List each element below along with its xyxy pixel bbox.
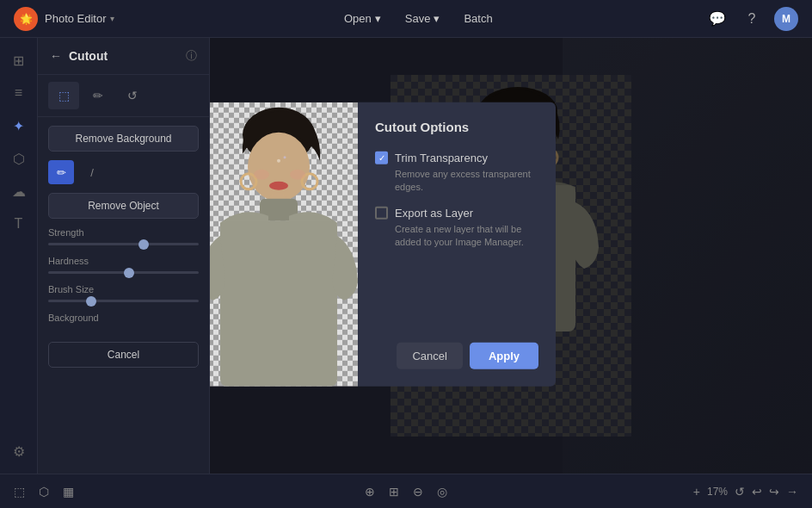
export-layer-row: Export as Layer [375,207,538,220]
left-rail: ⊞ ≡ ✦ ⬡ ☁ T ⚙ [0,38,38,474]
strength-label: Strength [48,227,199,238]
brush-size-thumb[interactable] [86,296,96,307]
svg-point-23 [254,170,269,180]
svg-point-15 [269,182,288,190]
zoom-level: 17% [707,486,728,498]
save-label: Save [405,12,431,25]
tool-row: ✏ / [48,160,199,184]
help-icon: ? [748,11,756,27]
hardness-thumb[interactable] [124,268,134,278]
open-menu-btn[interactable]: Open ▾ [334,9,391,28]
open-label: Open [344,12,372,25]
export-layer-label: Export as Layer [395,207,473,220]
text-icon[interactable]: T [3,208,34,239]
fit-to-screen-icon[interactable]: ⊕ [365,485,375,499]
trim-transparency-option: ✓ Trim Transparency Remove any excess tr… [375,152,538,195]
remove-object-button[interactable]: Remove Object [48,193,199,219]
sidebar-cancel-button[interactable]: Cancel [48,342,199,368]
remove-bg-button[interactable]: Remove Background [48,126,199,152]
modal-cancel-button[interactable]: Cancel [397,343,462,369]
brush-size-label: Brush Size [48,284,199,294]
cloud-icon[interactable]: ☁ [3,176,34,207]
batch-menu-btn[interactable]: Batch [453,9,502,28]
bottom-center-tools: ⊕ ⊞ ⊖ ◎ [186,485,626,499]
sidebar-panel: ← Cutout ⓘ ⬚ ✏ ↺ Remove Background ✏ [38,38,210,474]
brush-size-slider[interactable] [48,300,199,302]
hardness-label: Hardness [48,256,199,266]
chat-icon-btn[interactable]: 💬 [705,7,729,31]
info-icon[interactable]: ⓘ [186,48,197,64]
sidebar-content: Remove Background ✏ / Remove Object Stre… [38,117,209,335]
edit-tab-icon: ✏ [93,89,103,102]
zoom-out-icon[interactable]: ⊖ [413,485,423,499]
save-chevron: ▾ [434,12,440,25]
export-layer-desc: Create a new layer that will be added to… [375,223,538,250]
tab-history[interactable]: ↺ [117,82,148,109]
topbar-menu: Open ▾ Save ▾ Batch [132,9,705,28]
help-icon-btn[interactable]: ? [740,7,764,31]
cancel-label: Cancel [108,349,139,361]
bottom-table-icon[interactable]: ▦ [63,485,74,499]
background-label: Background [48,313,199,323]
expand-icon[interactable]: ⊞ [389,485,399,499]
zoom-plus-icon[interactable]: + [693,485,700,499]
topbar-right: 💬 ? M [705,7,798,31]
hardness-slider[interactable] [48,271,199,274]
erase-btn[interactable]: / [79,160,105,184]
strength-slider[interactable] [48,243,199,245]
topbar: 🌟 Photo Editor ▾ Open ▾ Save ▾ Batch 💬 ?… [0,0,812,38]
modal-overlay: Cutout Options ✓ Trim Transparency Remov… [210,38,812,474]
erase-icon: / [90,166,94,179]
app-name-chevron: ▾ [110,14,114,23]
export-layer-option: Export as Layer Create a new layer that … [375,207,538,250]
sidebar-bottom: Cancel [38,335,209,375]
modal-options-panel: Cutout Options ✓ Trim Transparency Remov… [358,102,556,387]
sidebar-header: ← Cutout ⓘ [38,38,209,75]
export-layer-checkbox[interactable] [375,207,388,220]
grid-icon[interactable]: ⊞ [3,45,34,76]
settings-icon[interactable]: ⚙ [3,436,34,467]
history-tab-icon: ↺ [127,89,138,102]
modal-person-svg [210,102,358,387]
bottom-right-tools: + 17% ↺ ↩ ↪ → [626,485,798,499]
tab-cutout[interactable]: ⬚ [48,82,79,109]
svg-point-24 [290,170,305,180]
avatar[interactable]: M [774,7,798,31]
cutout-tab-icon: ⬚ [58,89,70,102]
bottom-left-tools: ⬚ ⬡ ▦ [14,485,186,499]
remove-bg-label: Remove Background [75,133,171,145]
trim-transparency-checkbox[interactable]: ✓ [375,152,388,164]
svg-point-22 [284,156,286,158]
bottom-shape-icon[interactable]: ⬡ [39,485,49,499]
bottom-toolbar: ⬚ ⬡ ▦ ⊕ ⊞ ⊖ ◎ + 17% ↺ ↩ ↪ → [0,474,812,508]
app-logo: 🌟 [14,7,38,31]
trim-transparency-label: Trim Transparency [395,152,488,164]
trim-transparency-row: ✓ Trim Transparency [375,152,538,164]
batch-label: Batch [464,12,492,25]
effects-icon[interactable]: ✦ [3,110,34,141]
back-button[interactable]: ← [50,49,62,63]
modal-actions: Cancel Apply [375,343,538,369]
paint-brush-btn[interactable]: ✏ [48,160,74,184]
svg-rect-18 [220,221,337,387]
modal-title: Cutout Options [375,120,538,134]
remove-object-label: Remove Object [88,200,159,212]
paint-brush-icon: ✏ [57,166,66,179]
strength-thumb[interactable] [138,239,149,250]
modal-image-panel [210,102,358,387]
save-menu-btn[interactable]: Save ▾ [395,9,451,28]
svg-point-14 [248,133,310,201]
forward-icon[interactable]: → [786,485,798,499]
tab-edit[interactable]: ✏ [83,82,114,109]
bottom-grid-icon[interactable]: ⬚ [14,485,25,499]
refresh-icon[interactable]: ↺ [735,485,745,499]
main-layout: ⊞ ≡ ✦ ⬡ ☁ T ⚙ ← Cutout ⓘ ⬚ ✏ ↺ Remo [0,38,812,474]
sidebar-title: Cutout [69,49,179,63]
canvas-area[interactable]: Cutout Options ✓ Trim Transparency Remov… [210,38,812,474]
redo-icon[interactable]: ↪ [769,485,779,499]
modal-apply-button[interactable]: Apply [470,343,538,369]
shapes-icon[interactable]: ⬡ [3,143,34,174]
undo-icon[interactable]: ↩ [752,485,762,499]
layers-icon[interactable]: ≡ [3,77,34,108]
circle-icon[interactable]: ◎ [437,485,447,499]
